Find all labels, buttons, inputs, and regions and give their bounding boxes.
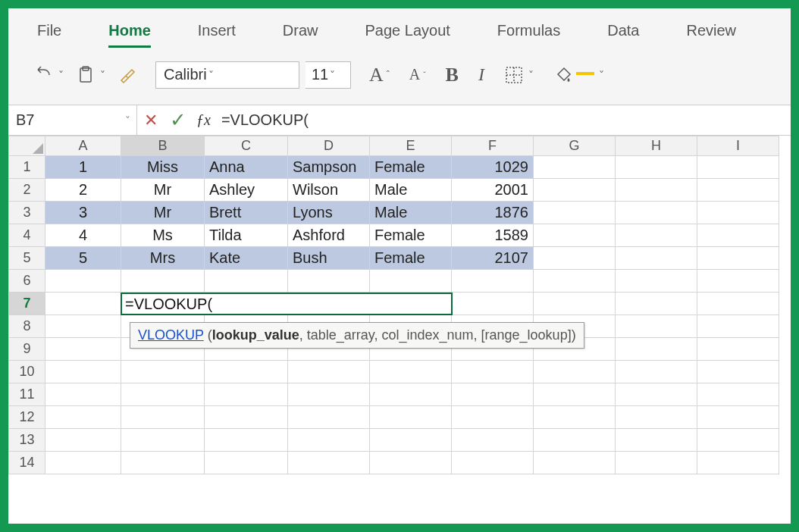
- cell[interactable]: [697, 315, 779, 338]
- cell[interactable]: [205, 452, 288, 474]
- cell[interactable]: [534, 293, 616, 315]
- col-header-I[interactable]: I: [697, 136, 779, 156]
- cell[interactable]: [534, 270, 616, 293]
- cell[interactable]: Bush: [288, 247, 370, 270]
- cell[interactable]: [616, 338, 697, 361]
- cell[interactable]: Ashley: [205, 179, 288, 202]
- col-header-E[interactable]: E: [370, 136, 452, 156]
- row-header[interactable]: 4: [9, 224, 45, 247]
- col-header-H[interactable]: H: [616, 136, 697, 156]
- cell[interactable]: 1876: [452, 202, 534, 224]
- cell[interactable]: [45, 315, 121, 338]
- cell[interactable]: [370, 406, 452, 429]
- row-header[interactable]: 13: [9, 429, 45, 452]
- cell[interactable]: [534, 179, 616, 202]
- cell[interactable]: [616, 361, 697, 383]
- cell[interactable]: [697, 361, 779, 383]
- cell[interactable]: [45, 406, 121, 429]
- fill-color-button[interactable]: [550, 62, 607, 88]
- decrease-font-button[interactable]: Aˇ: [406, 63, 429, 86]
- cell[interactable]: [370, 429, 452, 452]
- cell[interactable]: Male: [370, 202, 452, 224]
- cell[interactable]: Kate: [205, 247, 288, 270]
- cell[interactable]: [370, 270, 452, 293]
- tab-home[interactable]: Home: [93, 8, 166, 52]
- col-header-C[interactable]: C: [205, 136, 288, 156]
- col-header-G[interactable]: G: [534, 136, 616, 156]
- undo-button[interactable]: [31, 62, 67, 88]
- tab-file[interactable]: File: [22, 8, 77, 52]
- cell[interactable]: [205, 383, 288, 406]
- cell[interactable]: [288, 429, 370, 452]
- cell[interactable]: [697, 406, 779, 429]
- bold-button[interactable]: B: [443, 61, 462, 89]
- cell[interactable]: [697, 452, 779, 474]
- cell[interactable]: [697, 338, 779, 361]
- cell[interactable]: [534, 383, 616, 406]
- cell[interactable]: 1: [45, 156, 121, 179]
- col-header-B[interactable]: B: [121, 136, 205, 156]
- cell[interactable]: [534, 247, 616, 270]
- cell[interactable]: [697, 156, 779, 179]
- cell[interactable]: [697, 247, 779, 270]
- cell[interactable]: [534, 452, 616, 474]
- confirm-button[interactable]: ✓: [164, 108, 192, 132]
- format-painter-button[interactable]: [114, 62, 140, 88]
- cell[interactable]: [288, 361, 370, 383]
- cell[interactable]: [452, 270, 534, 293]
- cell[interactable]: [452, 406, 534, 429]
- cell[interactable]: [45, 452, 121, 474]
- select-all-corner[interactable]: [9, 136, 45, 156]
- row-header[interactable]: 12: [9, 406, 45, 429]
- cell[interactable]: [205, 429, 288, 452]
- cell[interactable]: [45, 361, 121, 383]
- tab-insert[interactable]: Insert: [183, 8, 251, 52]
- cell[interactable]: [452, 361, 534, 383]
- cell[interactable]: [370, 452, 452, 474]
- cell[interactable]: [45, 293, 121, 315]
- cell[interactable]: Lyons: [288, 202, 370, 224]
- paste-button[interactable]: [73, 62, 108, 88]
- cell[interactable]: Ms: [121, 224, 205, 247]
- cell[interactable]: [534, 224, 616, 247]
- cell[interactable]: [288, 383, 370, 406]
- cell[interactable]: 4: [45, 224, 121, 247]
- cell[interactable]: [534, 202, 616, 224]
- borders-button[interactable]: [501, 62, 537, 88]
- tab-formulas[interactable]: Formulas: [482, 8, 575, 52]
- cell[interactable]: Mr: [121, 179, 205, 202]
- cell[interactable]: [121, 383, 205, 406]
- row-header[interactable]: 8: [9, 315, 45, 338]
- cell[interactable]: 5: [45, 247, 121, 270]
- cell[interactable]: [697, 293, 779, 315]
- font-name-select[interactable]: Calibri: [155, 61, 299, 89]
- row-header[interactable]: 5: [9, 247, 45, 270]
- row-header[interactable]: 2: [9, 179, 45, 202]
- cell[interactable]: [697, 270, 779, 293]
- cell[interactable]: [534, 361, 616, 383]
- cell[interactable]: Anna: [205, 156, 288, 179]
- tab-data[interactable]: Data: [592, 8, 654, 52]
- cell[interactable]: [616, 202, 697, 224]
- cell[interactable]: [121, 429, 205, 452]
- cell[interactable]: [616, 383, 697, 406]
- cell[interactable]: [452, 293, 534, 315]
- cell[interactable]: Tilda: [205, 224, 288, 247]
- cell[interactable]: [45, 429, 121, 452]
- cell[interactable]: Wilson: [288, 179, 370, 202]
- cell[interactable]: Male: [370, 179, 452, 202]
- cell[interactable]: [205, 361, 288, 383]
- spreadsheet-grid[interactable]: A B C D E F G H I 1 1 Miss Anna Sampso: [8, 136, 791, 524]
- cell[interactable]: Female: [370, 224, 452, 247]
- row-header[interactable]: 1: [9, 156, 45, 179]
- cell[interactable]: [45, 270, 121, 293]
- cell[interactable]: [534, 429, 616, 452]
- cell[interactable]: Mr: [121, 202, 205, 224]
- cell[interactable]: [697, 202, 779, 224]
- cell[interactable]: [452, 383, 534, 406]
- cell[interactable]: 1029: [452, 156, 534, 179]
- cell[interactable]: [121, 270, 205, 293]
- cell[interactable]: [697, 383, 779, 406]
- cell[interactable]: [616, 224, 697, 247]
- cell[interactable]: [121, 361, 205, 383]
